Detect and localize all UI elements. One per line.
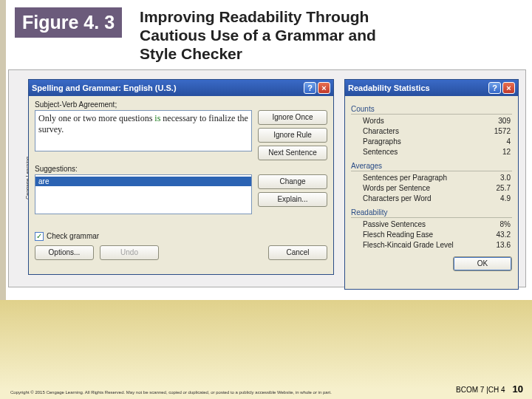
stat-value: 4.9 (500, 194, 511, 204)
cancel-button[interactable]: Cancel (268, 245, 327, 260)
check-grammar-label: Check grammar (47, 232, 99, 240)
stat-label: Flesch-Kincaid Grade Level (363, 240, 454, 250)
figure-badge: Figure 4. 3 (15, 7, 122, 38)
stat-label: Characters (363, 126, 399, 137)
stats-title: Readability Statistics (348, 83, 487, 92)
stat-value: 309 (498, 116, 511, 126)
stat-value: 43.2 (497, 230, 511, 240)
change-button[interactable]: Change (258, 174, 327, 189)
header: Figure 4. 3 Improving Readability Throug… (0, 0, 532, 66)
stat-value: 8% (500, 219, 511, 230)
undo-button: Undo (100, 245, 159, 260)
help-icon[interactable]: ? (488, 82, 501, 94)
ignore-once-button[interactable]: Ignore Once (258, 110, 327, 125)
sentence-box[interactable]: Only one or two more questions is necess… (35, 110, 252, 151)
grammar-titlebar: Spelling and Grammar: English (U.S.) ? × (29, 80, 333, 96)
accent-bar (0, 0, 6, 300)
options-button[interactable]: Options... (35, 245, 94, 260)
stat-value: 25.7 (497, 183, 511, 194)
explain-button[interactable]: Explain... (258, 192, 327, 207)
stat-value: 1572 (494, 126, 511, 137)
copyright: Copyright © 2015 Cengage Learning. All R… (10, 390, 332, 395)
checkbox-icon[interactable]: ✓ (35, 232, 44, 241)
readability-header: Readability (351, 208, 512, 218)
book-ref: BCOM 7 |CH 4 (456, 386, 505, 394)
suggestion-item[interactable]: are (35, 177, 251, 186)
page-title: Improving Readability Through Cautious U… (140, 7, 406, 64)
issue-label: Subject-Verb Agreement; (35, 100, 327, 109)
page-number: 10 (513, 383, 523, 395)
grammar-title: Spelling and Grammar: English (U.S.) (32, 83, 302, 92)
stat-value: 3.0 (500, 173, 511, 183)
stat-label: Words (363, 116, 384, 126)
figure-area: Cengage Learning Spelling and Grammar: E… (8, 69, 526, 287)
stat-label: Passive Sentences (363, 219, 426, 230)
averages-header: Averages (351, 162, 512, 171)
stat-value: 4 (506, 137, 511, 147)
stat-label: Sentences per Paragraph (363, 173, 447, 183)
stats-window: Readability Statistics ? × Counts Words3… (344, 79, 519, 290)
stat-label: Characters per Word (363, 194, 432, 204)
stat-label: Sentences (363, 147, 398, 157)
grammar-window: Spelling and Grammar: English (U.S.) ? ×… (28, 79, 334, 275)
ok-button[interactable]: OK (453, 256, 512, 271)
close-icon[interactable]: × (502, 82, 515, 94)
counts-header: Counts (351, 105, 512, 115)
suggestions-box[interactable]: are (35, 174, 252, 214)
help-icon[interactable]: ? (304, 82, 316, 94)
check-grammar-row[interactable]: ✓ Check grammar (35, 232, 327, 241)
stat-label: Flesch Reading Ease (363, 230, 433, 240)
stat-label: Words per Sentence (363, 183, 430, 194)
sentence-pre: Only one or two more questions (38, 113, 154, 123)
stat-label: Paragraphs (363, 137, 401, 147)
footer-band (0, 300, 532, 399)
next-sentence-button[interactable]: Next Sentence (258, 146, 327, 160)
stat-value: 13.6 (497, 240, 511, 250)
suggestions-label: Suggestions: (35, 165, 327, 173)
ignore-rule-button[interactable]: Ignore Rule (258, 128, 327, 143)
close-icon[interactable]: × (318, 82, 330, 94)
stat-value: 12 (502, 147, 511, 157)
page-info: BCOM 7 |CH 4 10 (456, 383, 523, 395)
stats-titlebar: Readability Statistics ? × (345, 80, 518, 96)
